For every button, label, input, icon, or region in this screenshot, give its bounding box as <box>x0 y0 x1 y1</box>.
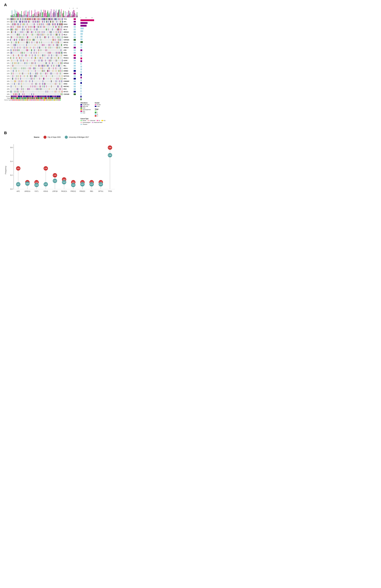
gene-row: 13%GNAS <box>4 54 78 57</box>
source1-label: City of Hope 2020 <box>48 136 61 138</box>
lollipop-gene-label: ARID1A <box>24 190 30 192</box>
lollipop-val1-label: 0.60 <box>109 147 111 148</box>
gene-bar-indicator <box>74 65 78 67</box>
summary-bar-row <box>81 24 119 27</box>
source2-circle <box>65 136 68 139</box>
gene-name: SMAD4 <box>64 73 73 74</box>
gene-track <box>10 21 63 23</box>
gene-name: EGFR <box>64 60 73 61</box>
gene-track <box>10 34 63 36</box>
lollipop-val2-label: 0.07 <box>90 184 93 185</box>
gene-track <box>10 39 63 41</box>
gene-row: 19%MLL2 <box>4 28 78 31</box>
gene-track <box>10 62 63 64</box>
lollipop-val2-label: 0.08 <box>26 183 29 184</box>
legend-item: Thoracic <box>81 124 87 125</box>
gene-name: APC <box>64 21 73 22</box>
legend-item: SNV <box>81 111 91 112</box>
gene-row: 10%CREBBP <box>4 80 78 83</box>
lollipop-gene-label: FAT1 <box>35 190 39 192</box>
summary-bar-row <box>81 90 119 92</box>
legend-swatch <box>102 120 103 121</box>
gene-pct: 16% <box>4 31 10 33</box>
gene-track <box>10 49 63 51</box>
gene-row: 13%PIK3CA <box>4 57 78 59</box>
panel-a-label: A <box>4 3 119 7</box>
summary-bar-row <box>81 35 119 38</box>
cancer-type-title: Cancer.Type <box>81 118 110 120</box>
gene-rows: 58%TP5331%APC27%KRAS21%LRP1B19%MLL216%AR… <box>4 18 78 95</box>
summary-bar-row <box>81 79 119 82</box>
gene-name: ATM <box>64 49 73 51</box>
gene-pct: 13% <box>4 55 10 56</box>
lollipop-gene-label: KRAS <box>43 190 48 192</box>
summary-bar-row <box>81 19 119 21</box>
lollipop-gene-label: LRP1B <box>52 190 58 192</box>
gene-row: 11%MYC <box>4 78 78 80</box>
gene-bar-indicator <box>74 62 78 64</box>
gene-bar-indicator <box>74 73 78 74</box>
gene-bar-indicator <box>74 88 78 90</box>
gene-pct: 13% <box>4 49 10 51</box>
gene-bar-indicator <box>74 36 78 38</box>
gene-pct: 10% <box>4 94 10 95</box>
axis-label-0: 0 <box>69 8 70 9</box>
legend-swatch <box>81 112 82 113</box>
gene-row: 11%ERBB2 <box>4 70 78 72</box>
legend-item-label: female <box>97 104 101 105</box>
legend-item-label: rearrangement <box>83 109 91 110</box>
legend-item-label: I <box>97 110 97 112</box>
summary-bar-row <box>81 93 119 95</box>
gene-bar-indicator <box>74 57 78 59</box>
lollipop-val2-label: 0.06 <box>72 184 75 186</box>
gene-pct: 21% <box>4 26 10 28</box>
gene-track <box>10 85 63 87</box>
gene-summary-bars: 0 200 400 <box>81 17 119 101</box>
lollipop-gene-label: SPTA1 <box>98 190 103 192</box>
gene-row: 14%BRCA2 <box>4 41 78 44</box>
gene-pct: 16% <box>4 39 10 41</box>
legend-swatch <box>95 110 96 111</box>
gene-track <box>10 36 63 38</box>
annotation-row-stage: Stage <box>4 97 78 99</box>
gene-row: 15%PRKDC <box>4 36 78 39</box>
gene-bar-indicator <box>74 78 78 80</box>
gene-track <box>10 70 63 72</box>
gene-row: 10%CDKN2B <box>4 93 78 95</box>
summary-bar-row <box>81 87 119 90</box>
gene-pct: 13% <box>4 44 10 46</box>
svg-text:0.2: 0.2 <box>10 174 13 176</box>
gene-pct: 27% <box>4 23 10 25</box>
legend-item: splice.site <box>81 106 91 107</box>
gene-pct: 58% <box>4 19 10 20</box>
gene-bar-indicator <box>74 67 78 69</box>
summary-bar-row <box>81 43 119 46</box>
oncoprint-area: 0 10 20 58%TP5331%APC27%KRAS21%LRP1B19%M… <box>4 8 78 127</box>
gene-row: 11%SMAD4 <box>4 72 78 75</box>
gene-bar-indicator <box>74 39 78 41</box>
summary-bar-row <box>81 68 119 71</box>
annotation-track <box>11 99 61 101</box>
gene-pct: 19% <box>4 29 10 30</box>
legend-swatch <box>95 104 96 105</box>
legend-item: IV <box>95 115 101 117</box>
legend-item-label: Colorectal <box>90 120 95 121</box>
legend-swatch <box>81 104 82 105</box>
legend-swatch <box>81 106 82 107</box>
summary-bar-row <box>81 65 119 68</box>
gene-track <box>10 90 63 93</box>
gene-bar-indicator <box>74 18 78 20</box>
gene-bar-indicator <box>74 85 78 87</box>
gene-bar-indicator <box>74 80 78 82</box>
gene-name: NOTCH1 <box>64 75 73 77</box>
gene-row: 16%ARID1B <box>4 31 78 33</box>
gene-bar-indicator <box>74 52 78 54</box>
legend-item: Head and Neck <box>92 122 102 123</box>
gene-name: MAP3K1 <box>64 86 73 87</box>
gene-bar-indicator <box>74 23 78 25</box>
lollipop-gene-label: TP53 <box>108 190 112 192</box>
gene-name: CDKN2A <box>64 39 73 41</box>
legend-item: Colorectal <box>87 120 95 121</box>
gene-name: FAT1 <box>64 52 73 54</box>
source-label: Source <box>34 136 39 138</box>
